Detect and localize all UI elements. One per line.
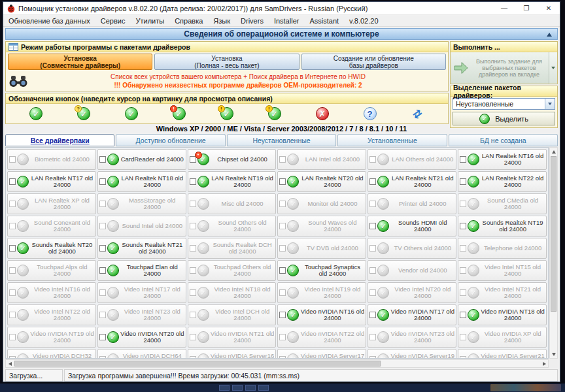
status-ok-warning2-icon[interactable]: ✓! bbox=[268, 107, 281, 120]
driver-status-icon[interactable]: ✓ bbox=[287, 242, 299, 254]
driver-status-icon[interactable]: ✓ bbox=[197, 331, 209, 343]
driver-status-icon[interactable]: ✓ bbox=[107, 265, 119, 276]
driver-checkbox[interactable] bbox=[369, 156, 376, 163]
driver-checkbox[interactable] bbox=[99, 245, 106, 252]
driver-status-icon[interactable]: ✓ bbox=[197, 265, 209, 276]
driver-status-icon[interactable]: ✓ bbox=[197, 287, 209, 299]
driver-package-cell[interactable]: ✓LAN Realtek NT20 old 24000 bbox=[277, 171, 366, 192]
driver-package-cell[interactable]: ✓Touchpad Synaptics old 24000 bbox=[277, 260, 366, 281]
scroll-up-arrow[interactable] bbox=[550, 148, 557, 155]
driver-status-icon[interactable]: ✓ bbox=[17, 309, 29, 321]
driver-status-icon[interactable]: ✓ bbox=[107, 331, 119, 343]
driver-status-icon[interactable]: ✓ bbox=[107, 353, 119, 359]
driver-checkbox[interactable] bbox=[279, 289, 286, 296]
driver-package-cell[interactable]: ✓Touchpad Elan old 24000 bbox=[97, 260, 186, 281]
scroll-down-arrow[interactable] bbox=[550, 350, 557, 358]
driver-checkbox[interactable] bbox=[460, 156, 466, 163]
menu-item[interactable]: Drivers bbox=[235, 15, 269, 27]
driver-checkbox[interactable] bbox=[99, 334, 106, 340]
driver-checkbox[interactable] bbox=[369, 201, 376, 207]
driver-status-icon[interactable]: ✓ bbox=[17, 154, 29, 165]
driver-checkbox[interactable] bbox=[190, 178, 196, 185]
driver-checkbox[interactable] bbox=[460, 289, 466, 296]
driver-package-cell[interactable]: ✓Sounds HDMI old 24000 bbox=[368, 216, 456, 237]
driver-checkbox[interactable] bbox=[9, 312, 16, 318]
driver-status-icon[interactable]: ✓ bbox=[17, 220, 29, 232]
driver-checkbox[interactable] bbox=[369, 334, 376, 340]
driver-status-icon[interactable]: ✓ bbox=[197, 242, 209, 254]
driver-status-icon[interactable]: ✓ bbox=[377, 220, 389, 232]
taskbar[interactable] bbox=[0, 384, 565, 392]
driver-package-cell[interactable]: ✓MassStorage old 24000 bbox=[97, 193, 186, 214]
driver-checkbox[interactable] bbox=[460, 201, 466, 207]
driver-checkbox[interactable] bbox=[279, 267, 286, 274]
driver-checkbox[interactable] bbox=[279, 201, 286, 207]
driver-checkbox[interactable] bbox=[9, 245, 16, 252]
driver-package-cell[interactable]: ✓Video nVIDIA Server16 old 24000 bbox=[188, 349, 277, 359]
driver-status-icon[interactable]: ✓ bbox=[468, 220, 479, 232]
driver-checkbox[interactable] bbox=[460, 312, 466, 318]
driver-package-cell[interactable]: ✓LAN Realtek NT19 old 24000 bbox=[188, 171, 277, 192]
driver-status-icon[interactable]: ✓ bbox=[197, 353, 209, 359]
driver-status-icon[interactable]: ✓ bbox=[377, 198, 389, 210]
driver-package-cell[interactable]: ✓Video nVIDIA XP old 24000 bbox=[458, 327, 547, 348]
driver-package-cell[interactable]: ✓Video nVIDIA Server17 old 24000 bbox=[277, 349, 366, 359]
driver-checkbox[interactable] bbox=[460, 334, 466, 340]
driver-package-cell[interactable]: ✓Sound Others old 24000 bbox=[188, 216, 277, 237]
driver-checkbox[interactable] bbox=[9, 223, 16, 229]
driver-package-cell[interactable]: ✓LAN Others old 24000 bbox=[368, 149, 456, 170]
menu-item[interactable]: Обновление баз данных bbox=[3, 15, 95, 27]
driver-package-cell[interactable]: ✓Sound Waves old 24000 bbox=[277, 216, 366, 237]
driver-package-cell[interactable]: ✓Sounds Realtek NT19 old 24000 bbox=[458, 216, 547, 237]
driver-status-icon[interactable]: ✓ bbox=[287, 176, 299, 188]
driver-checkbox[interactable] bbox=[460, 356, 466, 359]
driver-checkbox[interactable] bbox=[369, 289, 376, 296]
driver-package-cell[interactable]: ✓Sound Intel old 24000 bbox=[97, 216, 186, 237]
menu-item[interactable]: Сервис bbox=[95, 15, 131, 27]
driver-checkbox[interactable] bbox=[460, 267, 466, 274]
driver-checkbox[interactable] bbox=[460, 223, 466, 229]
driver-status-icon[interactable]: ✓ bbox=[287, 265, 299, 276]
driver-package-cell[interactable]: ✓Video Intel NT15 old 24000 bbox=[458, 260, 547, 281]
driver-package-cell[interactable]: ✓Monitor old 24000 bbox=[277, 193, 366, 214]
driver-checkbox[interactable] bbox=[190, 223, 196, 229]
driver-status-icon[interactable]: ✓ bbox=[377, 309, 389, 321]
driver-status-icon[interactable]: ✓ bbox=[107, 176, 119, 188]
driver-package-cell[interactable]: ✓Video Intel NT22 old 24000 bbox=[7, 304, 96, 325]
scroll-right-arrow[interactable] bbox=[540, 360, 548, 367]
maximize-button[interactable]: ❐ bbox=[515, 2, 538, 14]
driver-package-cell[interactable]: ✓Video Intel NT21 old 24000 bbox=[458, 282, 547, 303]
driver-checkbox[interactable] bbox=[99, 356, 106, 359]
driver-checkbox[interactable] bbox=[9, 356, 16, 359]
menu-item[interactable]: Installer bbox=[269, 15, 305, 27]
driver-status-icon[interactable]: ✓ bbox=[468, 242, 479, 254]
driver-checkbox[interactable] bbox=[99, 178, 106, 185]
driver-checkbox[interactable] bbox=[99, 156, 106, 163]
driver-status-icon[interactable]: ✓ bbox=[468, 154, 479, 165]
status-ok-question-icon[interactable]: ✓? bbox=[77, 107, 90, 120]
driver-status-icon[interactable]: ✓ bbox=[17, 242, 29, 254]
tab-item[interactable]: Неустановленные bbox=[227, 134, 336, 146]
driver-status-icon[interactable]: ✓ bbox=[468, 309, 479, 321]
driver-package-cell[interactable]: ✓Misc old 24000 bbox=[188, 193, 277, 214]
driver-status-icon[interactable]: ✓ bbox=[377, 287, 389, 299]
mode-button[interactable]: Установка(Полная - весь пакет) bbox=[154, 54, 299, 70]
execute-button[interactable]: Выполнить задание для выбранных пакетов … bbox=[451, 52, 549, 84]
driver-checkbox[interactable] bbox=[279, 356, 286, 359]
driver-status-icon[interactable]: ✓ bbox=[287, 220, 299, 232]
driver-package-cell[interactable]: ✓Video nVIDIA Server21 old 24000 bbox=[458, 349, 547, 359]
driver-checkbox[interactable] bbox=[460, 245, 466, 252]
driver-checkbox[interactable] bbox=[369, 312, 376, 318]
driver-checkbox[interactable] bbox=[369, 245, 376, 252]
menu-item[interactable]: Справка bbox=[169, 15, 208, 27]
dropdown-arrow-button[interactable] bbox=[545, 99, 555, 109]
driver-checkbox[interactable] bbox=[9, 201, 16, 207]
select-packages-button[interactable]: ✓ Выделить bbox=[453, 112, 555, 125]
driver-checkbox[interactable] bbox=[190, 245, 196, 252]
driver-package-cell[interactable]: ✓Touchpad Others old 24000 bbox=[188, 260, 277, 281]
driver-checkbox[interactable] bbox=[99, 201, 106, 207]
driver-checkbox[interactable] bbox=[279, 312, 286, 318]
driver-checkbox[interactable] bbox=[369, 267, 376, 274]
driver-package-cell[interactable]: ✓Video Intel NT18 old 24000 bbox=[188, 282, 277, 303]
driver-package-cell[interactable]: ✓Sounds Realtek DCH old 24000 bbox=[188, 238, 277, 259]
